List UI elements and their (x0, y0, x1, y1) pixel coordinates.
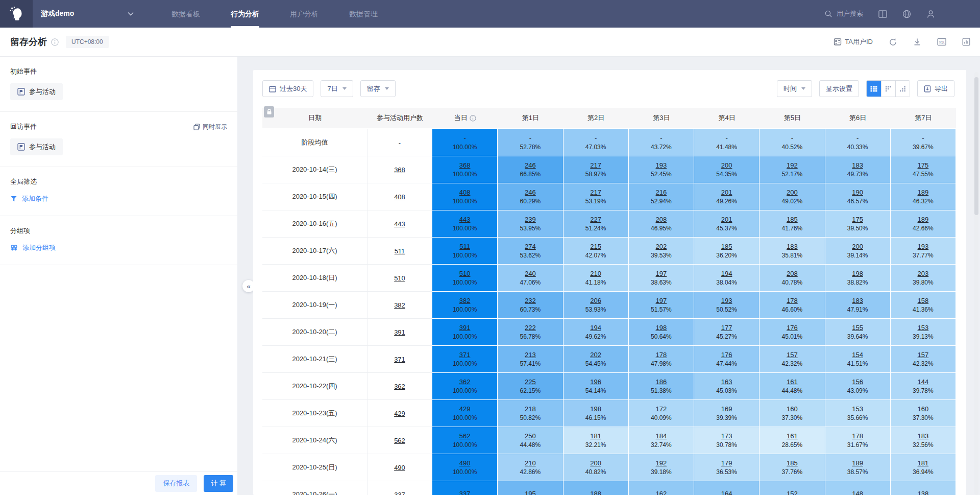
retention-cell[interactable]: 18432.74% (629, 427, 694, 454)
retention-cell[interactable]: 371100.00% (432, 346, 498, 373)
retention-cell[interactable]: 24047.06% (498, 265, 563, 292)
granularity-dropdown[interactable]: 7日 (321, 80, 353, 97)
retention-count[interactable]: 195 (525, 490, 536, 495)
export-button[interactable]: 导出 (917, 80, 954, 97)
retention-count[interactable]: 161 (787, 378, 798, 386)
user-search[interactable]: 用户搜索 (824, 9, 863, 18)
retention-count[interactable]: 153 (852, 405, 863, 413)
retention-cell[interactable]: 19838.82% (825, 265, 891, 292)
retention-cell[interactable]: 20239.53% (629, 238, 694, 265)
retention-cell[interactable]: 138 (891, 481, 956, 495)
panel-layout-icon[interactable] (878, 10, 887, 18)
time-dropdown[interactable]: 时间 (777, 80, 812, 97)
retention-count[interactable]: 172 (656, 405, 667, 413)
retention-cell[interactable]: 15841.36% (891, 292, 956, 319)
retention-count[interactable]: 178 (787, 297, 798, 304)
retention-count[interactable]: 443 (459, 216, 471, 223)
retention-cell[interactable]: -47.03% (564, 129, 629, 156)
retention-cell[interactable]: 19350.52% (694, 292, 760, 319)
retention-count[interactable]: 391 (459, 324, 471, 332)
nav-item-user-analysis[interactable]: 用户分析 (290, 0, 318, 28)
nav-item-dashboards[interactable]: 数据看板 (172, 0, 200, 28)
retention-cell[interactable]: 18938.57% (825, 454, 891, 481)
retention-cell[interactable]: 162 (629, 481, 694, 495)
retention-cell[interactable]: 362100.00% (432, 373, 498, 400)
retention-cell[interactable]: 18349.73% (825, 156, 891, 183)
retention-count[interactable]: 189 (918, 216, 929, 223)
retention-cell[interactable]: 408100.00% (432, 183, 498, 210)
retention-count[interactable]: 217 (590, 161, 601, 169)
retention-cell[interactable]: 19239.18% (629, 454, 694, 481)
retention-cell[interactable]: 18536.20% (694, 238, 760, 265)
retention-count[interactable]: 178 (852, 432, 863, 440)
info-icon[interactable] (51, 38, 59, 46)
show-simultaneously-link[interactable]: 同时展示 (193, 123, 227, 131)
retention-cell[interactable]: 20054.35% (694, 156, 760, 183)
retention-count[interactable]: 215 (590, 243, 601, 250)
retention-cell[interactable]: 21542.07% (564, 238, 629, 265)
initial-event-chip[interactable]: 参与活动 (10, 83, 63, 100)
retention-cell[interactable]: 16037.30% (760, 400, 825, 427)
retention-cell[interactable]: 16345.03% (694, 373, 760, 400)
retention-cell[interactable]: 22256.78% (498, 319, 563, 346)
retention-cell[interactable]: 429100.00% (432, 400, 498, 427)
download-icon[interactable] (913, 38, 921, 46)
retention-cell[interactable]: 18347.91% (825, 292, 891, 319)
retention-count[interactable]: 189 (852, 459, 863, 467)
report-chart-icon[interactable] (962, 38, 970, 46)
user-count-link[interactable]: 562 (394, 437, 405, 444)
retention-cell[interactable]: 152 (760, 481, 825, 495)
retention-cell[interactable]: -52.78% (498, 129, 563, 156)
user-count-link[interactable]: 511 (395, 247, 405, 255)
retention-count[interactable]: 227 (590, 216, 601, 223)
retention-cell[interactable]: 19252.17% (760, 156, 825, 183)
retention-cell[interactable]: 19846.15% (564, 400, 629, 427)
retention-count[interactable]: 183 (787, 243, 798, 250)
retention-cell[interactable]: -100.00% (432, 129, 498, 156)
retention-count[interactable]: 208 (787, 270, 798, 277)
retention-cell[interactable]: 20145.37% (694, 210, 760, 238)
retention-count[interactable]: 185 (787, 216, 798, 223)
retention-count[interactable]: 160 (787, 405, 798, 413)
lock-column-badge[interactable] (264, 106, 274, 117)
retention-cell[interactable]: 17647.44% (694, 346, 760, 373)
retention-count[interactable]: 179 (721, 459, 732, 467)
retention-cell[interactable]: 20840.78% (760, 265, 825, 292)
retention-cell[interactable]: 16939.39% (694, 400, 760, 427)
retention-count[interactable]: 362 (459, 378, 471, 386)
retention-count[interactable]: 183 (918, 432, 929, 440)
retention-count[interactable]: 202 (656, 243, 667, 250)
retention-cell[interactable]: 19337.77% (891, 238, 956, 265)
retention-cell[interactable]: 19751.57% (629, 292, 694, 319)
nav-item-behavior-analysis[interactable]: 行为分析 (231, 0, 259, 28)
retention-cell[interactable]: 19046.57% (825, 183, 891, 210)
retention-count[interactable]: 185 (721, 243, 732, 250)
retention-count[interactable]: 225 (525, 378, 536, 386)
retention-count[interactable]: 186 (656, 378, 667, 386)
retention-count[interactable]: 429 (459, 405, 471, 413)
retention-cell[interactable]: 443100.00% (432, 210, 498, 238)
retention-cell[interactable]: 14439.78% (891, 373, 956, 400)
user-count-link[interactable]: 443 (394, 220, 405, 228)
retention-cell[interactable]: 20339.80% (891, 265, 956, 292)
retention-cell[interactable]: 20149.26% (694, 183, 760, 210)
retention-count[interactable]: 240 (525, 270, 536, 277)
retention-count[interactable]: 173 (721, 432, 732, 440)
retention-count[interactable]: 192 (656, 459, 667, 467)
retention-count[interactable]: 371 (459, 351, 471, 359)
retention-count[interactable]: 200 (590, 459, 601, 467)
retention-cell[interactable]: 17831.67% (825, 427, 891, 454)
retention-count[interactable]: 250 (525, 432, 536, 440)
retention-cell[interactable]: 18332.56% (891, 427, 956, 454)
retention-count[interactable]: 246 (525, 161, 536, 169)
retention-count[interactable]: 198 (656, 324, 667, 332)
retention-cell[interactable]: 18136.94% (891, 454, 956, 481)
retention-cell[interactable]: 17645.01% (760, 319, 825, 346)
retention-cell[interactable]: 21758.97% (564, 156, 629, 183)
retention-count[interactable]: 246 (525, 188, 536, 196)
retention-cell[interactable]: 15441.51% (825, 346, 891, 373)
retention-count[interactable]: 208 (656, 216, 667, 223)
retention-cell[interactable]: 17936.53% (694, 454, 760, 481)
sql-icon[interactable]: SQL (937, 38, 946, 46)
retention-count[interactable]: 176 (721, 351, 732, 359)
